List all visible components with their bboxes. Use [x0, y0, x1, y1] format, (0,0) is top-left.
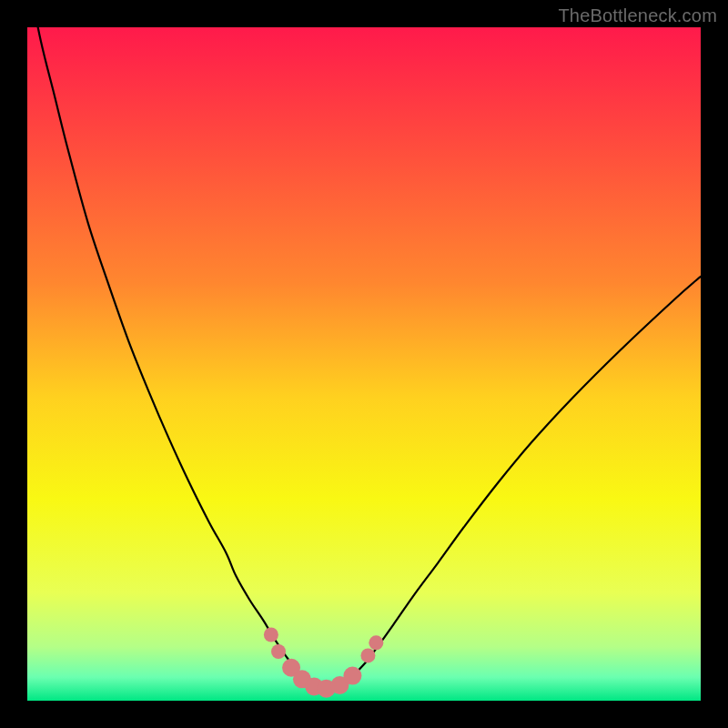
marker-dot: [271, 644, 286, 659]
marker-dot: [360, 648, 375, 662]
watermark-label: TheBottleneck.com: [558, 5, 717, 26]
chart-frame: TheBottleneck.com: [0, 0, 728, 728]
marker-dot: [264, 627, 278, 642]
marker-dot: [369, 635, 383, 650]
bottleneck-chart: [0, 0, 728, 728]
marker-dot: [343, 667, 361, 685]
plot-background-gradient: [27, 27, 701, 701]
